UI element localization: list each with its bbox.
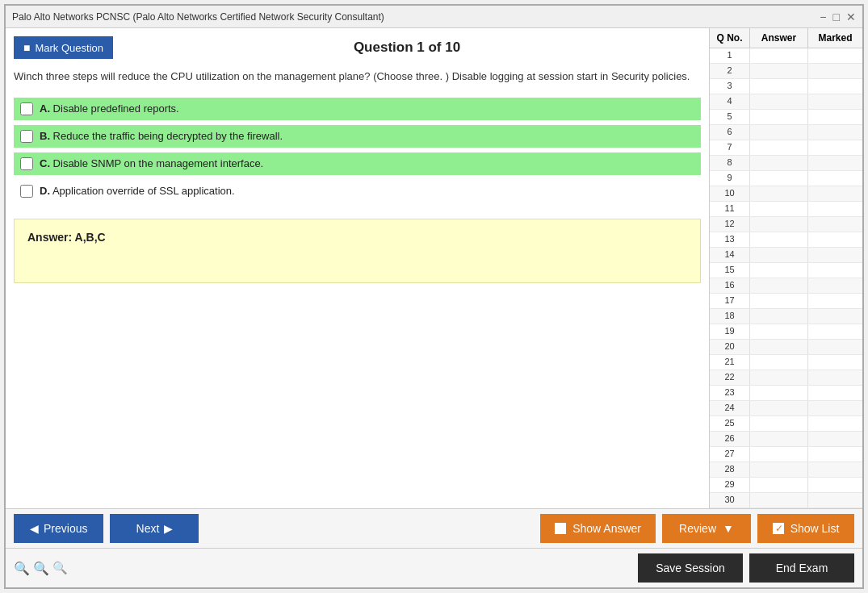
option-d-checkbox[interactable] — [20, 185, 33, 198]
end-exam-button[interactable]: End Exam — [749, 553, 854, 583]
q-row-answer — [750, 110, 808, 124]
bottom-bar-2: 🔍 🔍 🔍 Save Session End Exam — [6, 548, 862, 587]
save-session-button[interactable]: Save Session — [638, 553, 743, 583]
q-row-number: 23 — [710, 386, 750, 400]
q-row-marked — [808, 294, 862, 308]
q-list-row[interactable]: 18 — [710, 309, 862, 324]
q-row-answer — [750, 248, 808, 262]
option-a[interactable]: A. Disable predefined reports. — [14, 98, 701, 120]
q-list-row[interactable]: 2 — [710, 64, 862, 79]
option-a-checkbox[interactable] — [20, 102, 33, 115]
q-row-answer — [750, 340, 808, 354]
option-b[interactable]: B. Reduce the traffic being decrypted by… — [14, 125, 701, 148]
main-window: Palo Alto Networks PCNSC (Palo Alto Netw… — [4, 4, 864, 589]
q-row-marked — [808, 171, 862, 186]
q-row-answer — [750, 355, 808, 370]
q-row-number: 22 — [710, 370, 750, 385]
q-list-row[interactable]: 29 — [710, 478, 862, 493]
zoom-controls: 🔍 🔍 🔍 — [14, 561, 68, 576]
q-row-marked — [808, 416, 862, 431]
minimize-icon[interactable]: − — [820, 10, 826, 23]
question-text: Winch three steps will reduce the CPU ut… — [14, 69, 701, 85]
q-row-marked — [808, 202, 862, 216]
next-arrow-icon: ▶ — [164, 522, 173, 535]
q-list-row[interactable]: 28 — [710, 462, 862, 478]
q-list-header: Q No. Answer Marked — [710, 28, 862, 48]
q-list-row[interactable]: 3 — [710, 79, 862, 94]
q-row-answer — [750, 186, 808, 201]
q-row-answer — [750, 432, 808, 446]
q-list-row[interactable]: 11 — [710, 202, 862, 217]
q-list-row[interactable]: 20 — [710, 340, 862, 355]
q-list-scroll[interactable]: 1 2 3 4 5 6 7 8 — [710, 48, 862, 508]
mark-question-button[interactable]: ■ Mark Question — [14, 36, 113, 59]
q-list-row[interactable]: 30 — [710, 493, 862, 508]
q-list-row[interactable]: 17 — [710, 294, 862, 309]
q-list-row[interactable]: 13 — [710, 232, 862, 248]
q-list-row[interactable]: 6 — [710, 125, 862, 140]
q-list-row[interactable]: 23 — [710, 386, 862, 401]
option-d[interactable]: D. Application override of SSL applicati… — [14, 180, 701, 203]
q-row-marked — [808, 217, 862, 232]
q-list-row[interactable]: 7 — [710, 140, 862, 156]
col-marked-header: Marked — [808, 28, 862, 48]
q-list-row[interactable]: 22 — [710, 370, 862, 386]
q-row-number: 10 — [710, 186, 750, 201]
restore-icon[interactable]: □ — [833, 10, 840, 23]
zoom-normal-button[interactable]: 🔍 — [33, 561, 49, 576]
previous-button[interactable]: ◀ Previous — [14, 514, 103, 543]
option-c-checkbox[interactable] — [20, 157, 33, 170]
title-bar: Palo Alto Networks PCNSC (Palo Alto Netw… — [6, 6, 862, 28]
zoom-in-button[interactable]: 🔍 — [14, 561, 30, 576]
close-icon[interactable]: ✕ — [846, 10, 856, 23]
answer-text: Answer: A,B,C — [27, 231, 106, 244]
q-row-number: 6 — [710, 125, 750, 140]
q-list-row[interactable]: 8 — [710, 156, 862, 171]
option-c[interactable]: C. Disable SNMP on the management interf… — [14, 152, 701, 175]
q-list-row[interactable]: 5 — [710, 110, 862, 125]
q-list-row[interactable]: 15 — [710, 263, 862, 278]
q-list-row[interactable]: 10 — [710, 186, 862, 202]
q-row-marked — [808, 340, 862, 354]
q-row-answer — [750, 447, 808, 461]
option-c-label: C. Disable SNMP on the management interf… — [40, 157, 263, 169]
q-row-number: 15 — [710, 263, 750, 278]
q-list-row[interactable]: 12 — [710, 217, 862, 232]
q-list-row[interactable]: 26 — [710, 432, 862, 447]
end-exam-label: End Exam — [776, 562, 828, 574]
option-b-checkbox[interactable] — [20, 130, 33, 143]
q-list-row[interactable]: 25 — [710, 416, 862, 432]
next-label: Next — [136, 522, 160, 535]
q-list-row[interactable]: 16 — [710, 278, 862, 294]
q-list-row[interactable]: 19 — [710, 324, 862, 340]
q-row-number: 2 — [710, 64, 750, 78]
q-list-row[interactable]: 14 — [710, 248, 862, 263]
review-label: Review — [679, 522, 716, 535]
q-row-marked — [808, 386, 862, 400]
q-row-answer — [750, 202, 808, 216]
q-row-number: 1 — [710, 48, 750, 63]
zoom-out-button[interactable]: 🔍 — [52, 561, 68, 575]
next-button[interactable]: Next ▶ — [110, 514, 199, 543]
q-list-row[interactable]: 21 — [710, 355, 862, 370]
q-row-answer — [750, 48, 808, 63]
q-list-row[interactable]: 9 — [710, 171, 862, 186]
show-answer-checkbox-icon — [555, 523, 566, 534]
q-row-number: 28 — [710, 462, 750, 477]
q-row-number: 27 — [710, 447, 750, 461]
review-button[interactable]: Review ▼ — [662, 514, 751, 543]
show-answer-button[interactable]: Show Answer — [540, 514, 656, 543]
q-row-marked — [808, 478, 862, 492]
answer-box: Answer: A,B,C — [14, 219, 701, 283]
q-list-row[interactable]: 24 — [710, 401, 862, 416]
q-row-number: 29 — [710, 478, 750, 492]
q-row-number: 16 — [710, 278, 750, 293]
q-row-marked — [808, 401, 862, 416]
q-list-row[interactable]: 27 — [710, 447, 862, 462]
q-row-number: 21 — [710, 355, 750, 370]
q-row-answer — [750, 125, 808, 140]
q-row-number: 17 — [710, 294, 750, 308]
q-list-row[interactable]: 1 — [710, 48, 862, 64]
q-list-row[interactable]: 4 — [710, 94, 862, 110]
show-list-button[interactable]: Show List — [757, 514, 854, 543]
